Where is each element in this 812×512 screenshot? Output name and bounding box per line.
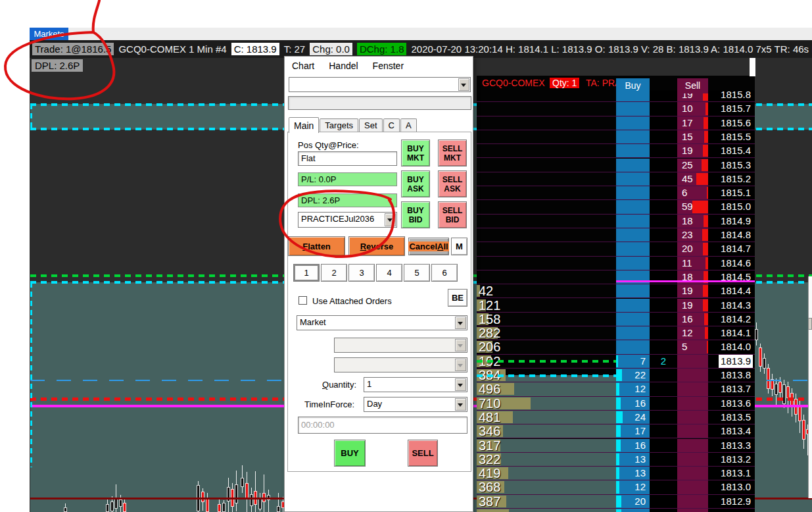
- dom-sell-cell[interactable]: [677, 467, 708, 480]
- dom-sell-cell[interactable]: 16: [677, 313, 708, 326]
- dom-price-cell[interactable]: 1813.1: [708, 467, 755, 480]
- dom-price-cell[interactable]: 1813.4: [708, 424, 755, 438]
- sell-mkt-button[interactable]: SELL MKT: [438, 140, 467, 166]
- dom-sell-cell[interactable]: [677, 355, 708, 368]
- dom-sell-cell[interactable]: 25: [677, 159, 708, 172]
- dom-sell-cell[interactable]: [677, 453, 708, 466]
- dom-price-cell[interactable]: 1815.1: [708, 186, 755, 199]
- preset-button-3[interactable]: 3: [348, 264, 375, 282]
- dom-price-cell[interactable]: 1815.7: [708, 102, 755, 115]
- dom-buy-cell[interactable]: [616, 313, 650, 326]
- dom-recent-cell[interactable]: [650, 439, 677, 452]
- dom-recent-cell[interactable]: [650, 88, 677, 101]
- dom-buy-cell[interactable]: [616, 284, 650, 297]
- tab-main[interactable]: Main: [289, 117, 319, 133]
- dom-sell-cell[interactable]: [677, 480, 708, 494]
- sell-bid-button[interactable]: SELL BID: [438, 201, 467, 228]
- dom-sell-cell[interactable]: 59: [677, 200, 708, 213]
- dom-recent-cell[interactable]: [650, 186, 677, 199]
- scrollbar-thumb[interactable]: [808, 318, 812, 330]
- m-button[interactable]: M: [451, 238, 467, 255]
- dom-recent-cell[interactable]: [650, 242, 677, 255]
- dom-sell-cell[interactable]: [677, 495, 708, 508]
- dropdown-arrow-icon[interactable]: [458, 78, 469, 91]
- dom-sell-cell[interactable]: 10: [677, 102, 708, 115]
- dom-price-cell[interactable]: 1814.1: [708, 326, 755, 340]
- dom-sell-cell[interactable]: 23: [677, 228, 708, 242]
- be-button[interactable]: BE: [448, 289, 467, 307]
- dom-recent-cell[interactable]: [650, 116, 677, 130]
- dom-price-cell[interactable]: 1815.0: [708, 200, 755, 213]
- dom-recent-cell[interactable]: [650, 257, 677, 270]
- dom-recent-cell[interactable]: [650, 340, 677, 353]
- dom-sell-cell[interactable]: 6: [677, 186, 708, 199]
- dom-price-cell[interactable]: 1812.9: [708, 495, 755, 508]
- dom-buy-cell[interactable]: [616, 159, 650, 172]
- markets-tab[interactable]: Markets: [30, 28, 68, 40]
- tif-combobox[interactable]: Day: [364, 397, 467, 412]
- dom-price-cell[interactable]: 1813.8: [708, 369, 755, 382]
- use-attached-checkbox[interactable]: [299, 296, 307, 305]
- tab-c[interactable]: C: [383, 118, 400, 132]
- dom-recent-cell[interactable]: [650, 397, 677, 410]
- dom-price-cell[interactable]: 1813.3: [708, 439, 755, 452]
- buy-button[interactable]: BUY: [334, 440, 366, 467]
- dom-buy-cell[interactable]: [616, 116, 650, 130]
- dom-sell-cell[interactable]: 18: [677, 215, 708, 228]
- dom-sell-cell[interactable]: 12: [677, 326, 708, 340]
- buy-ask-button[interactable]: BUY ASK: [401, 170, 430, 197]
- dom-price-cell[interactable]: 1813.9: [708, 355, 755, 368]
- dom-buy-cell[interactable]: 7: [616, 355, 650, 368]
- dom-recent-cell[interactable]: [650, 284, 677, 297]
- dom-price-cell[interactable]: 1814.9: [708, 215, 755, 228]
- dom-recent-cell[interactable]: [650, 382, 677, 396]
- dom-buy-cell[interactable]: 17: [616, 424, 650, 438]
- sell-button[interactable]: SELL: [408, 440, 438, 467]
- dom-recent-cell[interactable]: [650, 215, 677, 228]
- dom-sell-cell[interactable]: [677, 411, 708, 424]
- dom-price-cell[interactable]: [708, 509, 755, 512]
- dom-price-cell[interactable]: 1814.8: [708, 228, 755, 242]
- order-type-combobox[interactable]: Market: [297, 315, 467, 330]
- dom-price-cell[interactable]: 1814.0: [708, 340, 755, 353]
- dom-price-cell[interactable]: 1813.7: [708, 382, 755, 396]
- dom-buy-cell[interactable]: [616, 340, 650, 353]
- dom-buy-cell[interactable]: 13: [616, 467, 650, 480]
- dom-buy-cell[interactable]: [616, 215, 650, 228]
- dom-recent-cell[interactable]: [650, 144, 677, 157]
- dom-price-cell[interactable]: 1814.2: [708, 313, 755, 326]
- dom-price-cell[interactable]: 1815.6: [708, 116, 755, 130]
- dom-price-cell[interactable]: 1813.0: [708, 480, 755, 494]
- preset-button-6[interactable]: 6: [431, 264, 458, 282]
- preset-button-4[interactable]: 4: [376, 264, 402, 282]
- tab-a[interactable]: A: [400, 118, 417, 132]
- dom-recent-cell[interactable]: 2: [650, 355, 677, 368]
- dom-sell-cell[interactable]: 5: [677, 340, 708, 353]
- buy-bid-button[interactable]: BUY BID: [401, 201, 430, 228]
- dom-price-cell[interactable]: 1815.5: [708, 130, 755, 143]
- dom-recent-cell[interactable]: [650, 326, 677, 340]
- dom-sell-cell[interactable]: [677, 509, 708, 512]
- dom-buy-cell[interactable]: 22: [616, 369, 650, 382]
- dom-price-cell[interactable]: 1815.3: [708, 159, 755, 172]
- chart-title-bar[interactable]: Trade: 1@1816.5 GCQ0-COMEX 1 Min #4 C: 1…: [30, 40, 812, 58]
- dom-sell-cell[interactable]: 17: [677, 116, 708, 130]
- dom-buy-cell[interactable]: 13: [616, 453, 650, 466]
- dom-ladder-panel[interactable]: 191815.8101815.7171815.6151815.5191815.4…: [477, 76, 755, 512]
- dom-recent-cell[interactable]: [650, 130, 677, 143]
- dom-buy-cell[interactable]: 24: [616, 411, 650, 424]
- dom-buy-cell[interactable]: [616, 509, 650, 512]
- dom-recent-cell[interactable]: [650, 411, 677, 424]
- dom-price-cell[interactable]: 1813.6: [708, 397, 755, 410]
- dom-sell-cell[interactable]: 45: [677, 172, 708, 186]
- preset-button-5[interactable]: 5: [404, 264, 430, 282]
- menu-chart[interactable]: Chart: [292, 61, 314, 71]
- dom-buy-cell[interactable]: 16: [616, 439, 650, 452]
- dom-recent-cell[interactable]: [650, 299, 677, 312]
- dom-price-cell[interactable]: 1814.7: [708, 242, 755, 255]
- dom-sell-cell[interactable]: 15: [677, 130, 708, 143]
- dom-price-cell[interactable]: 1814.6: [708, 257, 755, 270]
- tab-targets[interactable]: Targets: [320, 118, 358, 132]
- cancel-all-button[interactable]: CancelAll: [408, 238, 449, 255]
- price2-combobox[interactable]: [334, 357, 467, 372]
